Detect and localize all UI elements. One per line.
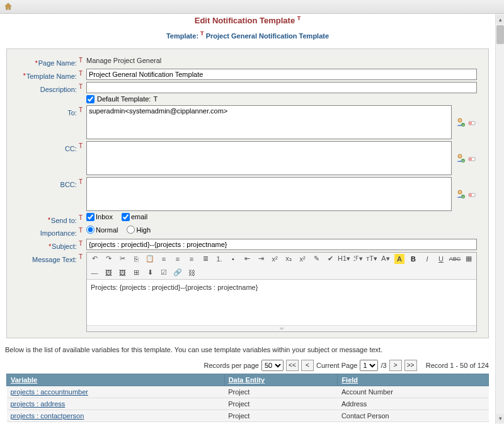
form-panel: *Page Name: T Manage Project General *Te… (6, 49, 489, 338)
font-color-icon[interactable]: A▾ (381, 254, 391, 264)
variable-link[interactable]: projects : contactperson (7, 410, 225, 421)
editor-resize-handle[interactable]: ═ (87, 325, 476, 331)
align-justify-icon[interactable]: ≣ (200, 254, 210, 264)
undo-icon[interactable]: ↶ (89, 254, 100, 264)
table-row: projects : contactpersonProjectContact P… (7, 410, 489, 421)
ordered-list-icon[interactable]: 1. (214, 254, 224, 264)
insert-icon[interactable]: ⬇ (145, 268, 155, 278)
copy-icon[interactable]: ⎘ (131, 254, 141, 264)
sup2-icon[interactable]: x² (297, 254, 307, 264)
svg-rect-9 (469, 158, 472, 161)
table-row: projects : addressProjectAddress (7, 398, 489, 410)
cc-textarea[interactable] (86, 141, 452, 175)
align-right-icon[interactable]: ≡ (186, 254, 197, 264)
subject-label: *Subject: T (12, 239, 86, 250)
highlight-icon[interactable]: A (394, 254, 404, 264)
description-input[interactable] (86, 82, 477, 93)
align-center-icon[interactable]: ≡ (173, 254, 183, 264)
scrollbar-thumb[interactable] (496, 25, 504, 44)
last-page-button[interactable]: >> (404, 360, 417, 371)
scrollbar[interactable]: ▴ ▾ (495, 14, 504, 424)
eraser-icon[interactable] (467, 117, 477, 127)
col-entity[interactable]: Data Entity (224, 374, 338, 386)
hr-icon[interactable]: — (89, 268, 100, 278)
align-left-icon[interactable]: ≡ (159, 254, 169, 264)
spellcheck-icon[interactable]: ✔ (325, 254, 335, 264)
email-label: email (131, 213, 147, 221)
underline-icon[interactable]: U (436, 254, 446, 264)
subject-input[interactable] (86, 239, 477, 250)
redo-icon[interactable]: ↷ (103, 254, 113, 264)
superscript-icon[interactable]: x² (270, 254, 280, 264)
importance-high-radio[interactable] (127, 226, 135, 234)
field-cell: Account Number (338, 386, 489, 398)
font-family-icon[interactable]: ℱ▾ (353, 254, 363, 264)
eraser-icon[interactable] (467, 153, 477, 163)
image2-icon[interactable]: 🖼 (117, 268, 127, 278)
variable-link[interactable]: projects : accountnumber (7, 386, 225, 398)
template-subtitle: Template: T Project General Notification… (0, 26, 495, 46)
bcc-textarea[interactable] (86, 177, 452, 211)
indent-icon[interactable]: ⇥ (256, 254, 266, 264)
cc-label: CC: T (12, 141, 86, 152)
default-template-checkbox[interactable] (86, 95, 94, 103)
current-page-select[interactable]: 1 (360, 360, 378, 371)
unordered-list-icon[interactable]: • (228, 254, 238, 264)
default-template-label: Default Template: (97, 95, 151, 103)
rpp-label: Records per page (204, 362, 259, 369)
font-size-icon[interactable]: тT▾ (367, 254, 377, 264)
inbox-checkbox[interactable] (86, 213, 94, 221)
scroll-up-icon[interactable]: ▴ (496, 15, 504, 24)
clear-format-icon[interactable]: ✎ (311, 254, 321, 264)
col-field[interactable]: Field (338, 374, 489, 386)
table-icon[interactable]: ⊞ (131, 268, 141, 278)
paste-icon[interactable]: 📋 (145, 254, 155, 264)
svg-text:+: + (462, 159, 464, 163)
heading-icon[interactable]: H1▾ (339, 254, 349, 264)
rpp-select[interactable]: 50 (261, 360, 284, 371)
template-name-input[interactable] (86, 69, 477, 80)
importance-high-label: High (136, 226, 151, 234)
svg-rect-14 (469, 193, 472, 197)
unlink-icon[interactable]: ⛓ (186, 268, 197, 278)
importance-normal-label: Normal (96, 226, 118, 234)
send-to-label: *Send to: T (12, 213, 86, 224)
bold-icon[interactable]: B (408, 254, 418, 264)
record-range: Record 1 - 50 of 124 (426, 362, 489, 369)
table-row: projects : accountnumberProjectAccount N… (7, 386, 489, 398)
check-icon[interactable]: ☑ (159, 268, 169, 278)
variable-link[interactable]: projects : address (7, 398, 225, 410)
inbox-label: Inbox (96, 213, 113, 221)
entity-cell: Project (224, 386, 338, 398)
add-user-icon[interactable]: + (455, 189, 466, 199)
grid-icon[interactable]: ▦ (464, 254, 474, 264)
importance-label: Importance: T (12, 226, 86, 237)
image1-icon[interactable]: 🖼 (103, 268, 113, 278)
strike-icon[interactable]: ABC (450, 254, 460, 264)
svg-point-0 (458, 118, 462, 122)
col-variable[interactable]: Variable (7, 374, 225, 386)
scroll-down-icon[interactable]: ▾ (496, 414, 504, 423)
outdent-icon[interactable]: ⇤ (242, 254, 252, 264)
subscript-icon[interactable]: x₂ (284, 254, 294, 264)
template-name-label: *Template Name: T (12, 69, 86, 80)
add-user-icon[interactable]: + (455, 117, 466, 127)
italic-icon[interactable]: I (422, 254, 432, 264)
page-name-label: *Page Name: T (12, 55, 86, 67)
to-label: To: T (12, 105, 86, 117)
prev-page-button[interactable]: < (301, 360, 314, 371)
next-page-button[interactable]: > (389, 360, 402, 371)
importance-normal-radio[interactable] (86, 226, 94, 234)
page-title: Edit Notification Template T (0, 14, 495, 26)
svg-point-10 (458, 190, 462, 194)
first-page-button[interactable]: << (286, 360, 299, 371)
to-textarea[interactable]: superadmin<systemadmin@cipplanner.com> (86, 105, 452, 139)
cut-icon[interactable]: ✂ (117, 254, 127, 264)
email-checkbox[interactable] (122, 213, 130, 221)
entity-cell: Project (224, 410, 338, 421)
add-user-icon[interactable]: + (455, 153, 466, 163)
link-icon[interactable]: 🔗 (173, 268, 183, 278)
editor-content[interactable]: Projects: {projects : projectid}--{proje… (87, 280, 476, 325)
eraser-icon[interactable] (467, 189, 477, 199)
home-icon[interactable] (4, 2, 13, 12)
